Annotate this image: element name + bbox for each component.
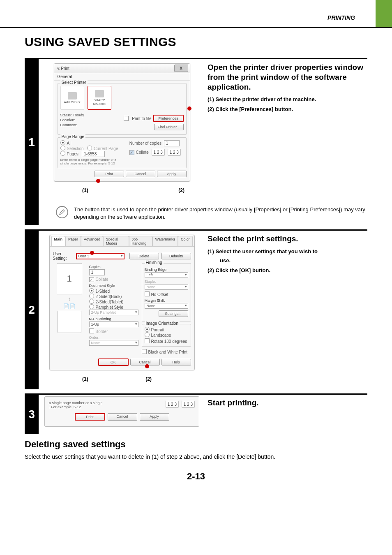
tab-main[interactable]: Main: [51, 236, 66, 246]
no-offset-checkbox[interactable]: [145, 291, 150, 296]
find-printer-button[interactable]: Find Printer...: [154, 124, 184, 130]
settings-button[interactable]: Settings...: [159, 310, 188, 317]
step3-title: Start printing.: [208, 398, 367, 408]
panel-hint: a single page number or a single . For e…: [49, 401, 103, 409]
help-button[interactable]: Help: [161, 359, 191, 365]
tab-general[interactable]: General: [54, 73, 190, 81]
step1-title: Open the printer driver properties windo…: [208, 62, 367, 92]
ds-1sided-label: 1-Sided: [96, 289, 110, 294]
collate-icon-a: 1 2 3: [166, 401, 179, 408]
margin-shift-dropdown[interactable]: None: [145, 303, 188, 309]
collate-checkbox[interactable]: ✓: [129, 150, 134, 155]
border-checkbox[interactable]: [89, 328, 94, 333]
cancel-button[interactable]: Cancel: [130, 359, 160, 365]
tab-advanced[interactable]: Advanced: [81, 236, 103, 246]
radio-pages[interactable]: [60, 151, 65, 156]
step2-sublabel-1: (1): [82, 376, 88, 382]
tab-color[interactable]: Color: [178, 236, 193, 246]
radio-all[interactable]: [60, 140, 65, 145]
red-connector-2: [187, 106, 191, 111]
ds-1sided[interactable]: [89, 288, 94, 293]
ok-button[interactable]: OK: [98, 358, 129, 366]
border-label: Border: [96, 329, 108, 334]
ds-pamphlet-label: Pamphlet Style: [96, 305, 123, 310]
delete-button[interactable]: Delete: [129, 253, 159, 259]
pages-help: Enter either a single page number or a s…: [60, 158, 125, 165]
copies-field[interactable]: 1: [89, 269, 105, 275]
radio-pages-label: Pages:: [67, 152, 80, 156]
print-to-file-label: Print to file: [132, 116, 151, 121]
nup-label: N-Up Printing: [89, 317, 138, 321]
step2-title: Select the print settings.: [208, 234, 367, 244]
dlg-apply-button[interactable]: Apply: [157, 171, 187, 177]
step1-sublabel-2: (2): [178, 187, 184, 193]
copies-field[interactable]: 1: [164, 140, 180, 146]
preferences-button[interactable]: Preferences: [153, 115, 184, 122]
print-buttons-panel: a single page number or a single . For e…: [44, 396, 199, 427]
add-printer-icon[interactable]: Add Printer: [60, 86, 84, 110]
user-setting-label: User Setting:: [53, 252, 74, 261]
tab-watermarks[interactable]: Watermarks: [152, 236, 178, 246]
cancel-button[interactable]: Cancel: [108, 413, 137, 421]
select-printer-legend: Select Printer: [60, 80, 88, 85]
defaults-button[interactable]: Defaults: [161, 253, 191, 259]
location-label: Location:: [60, 118, 76, 122]
status-value: Ready: [74, 113, 84, 117]
red-connector-2: [145, 364, 149, 368]
status-label: Status:: [60, 113, 72, 117]
print-to-file-checkbox[interactable]: [124, 116, 129, 121]
staple-dropdown[interactable]: None: [145, 284, 188, 290]
collate-icon-b: 1 2 3: [168, 149, 181, 156]
tab-paper[interactable]: Paper: [65, 236, 81, 246]
image-orientation-legend: Image Orientation: [145, 321, 180, 326]
top-rule: [0, 27, 392, 28]
deleting-text: Select the user settings that you want t…: [25, 453, 367, 460]
dlg-print-button[interactable]: Print: [95, 171, 124, 177]
print-button[interactable]: Print: [75, 413, 105, 421]
orient-landscape-label: Landscape: [151, 333, 171, 338]
page-number: 2-13: [25, 471, 367, 482]
sharp-printer-icon[interactable]: SHARPMX-xxxx: [88, 86, 111, 110]
ds-2book[interactable]: [89, 294, 94, 298]
radio-current[interactable]: [87, 146, 92, 150]
binding-edge-dropdown[interactable]: Left: [145, 272, 188, 278]
close-icon[interactable]: X: [174, 65, 188, 72]
ds-2book-label: 2-Sided(Book): [96, 294, 122, 299]
step1-sublabel-1: (1): [82, 187, 88, 193]
step2-line1: (1) Select the user settings that you wi…: [208, 248, 367, 255]
pamphlet-dropdown[interactable]: 2-Up Pamphlet: [89, 310, 138, 315]
step2-line2: (2) Click the [OK] button.: [208, 267, 367, 274]
user-setting-dropdown[interactable]: User 1: [76, 253, 125, 259]
order-dropdown[interactable]: None: [89, 340, 138, 346]
preview-icons: 📄📄: [63, 303, 76, 309]
orient-portrait[interactable]: [145, 327, 150, 332]
page-title: USING SAVED SETTINGS: [25, 35, 367, 49]
apply-button[interactable]: Apply: [140, 413, 169, 421]
nup-dropdown[interactable]: 1-Up: [89, 321, 138, 327]
staple-label: Staple:: [145, 280, 188, 284]
orient-landscape[interactable]: [145, 332, 150, 337]
step-3: 3 a single page number or a single . For…: [25, 393, 367, 434]
add-printer-label: Add Printer: [64, 100, 80, 104]
pages-field[interactable]: 1-6553: [82, 151, 105, 157]
green-accent-block: [376, 0, 392, 27]
ds-2tablet[interactable]: [89, 299, 94, 304]
tab-job[interactable]: Job Handling: [129, 236, 152, 246]
collate-icon-a: 1 2 3: [152, 149, 165, 156]
dlg-cancel-button[interactable]: Cancel: [126, 171, 155, 177]
collate-label: Collate: [96, 277, 108, 282]
doc-style-label: Document Style: [89, 284, 138, 288]
step1-line1: (1) Select the printer driver of the mac…: [208, 96, 367, 103]
step-2: 2 Main Paper Advanced Special Modes Job …: [25, 229, 367, 389]
comment-label: Comment:: [60, 123, 78, 127]
tab-special[interactable]: Special Modes: [103, 236, 129, 246]
bw-checkbox[interactable]: [142, 349, 147, 354]
ds-2tablet-label: 2-Sided(Tablet): [96, 300, 124, 304]
margin-shift-label: Margin Shift:: [145, 298, 188, 303]
rotate-checkbox[interactable]: [145, 338, 150, 343]
collate-checkbox[interactable]: ✓: [89, 277, 94, 282]
radio-selection[interactable]: [60, 146, 65, 150]
orientation-icon: ↕: [68, 296, 71, 302]
ds-pamphlet[interactable]: [89, 304, 94, 309]
step-1: 1 🖨 Print X General Select Printer: [25, 58, 367, 225]
